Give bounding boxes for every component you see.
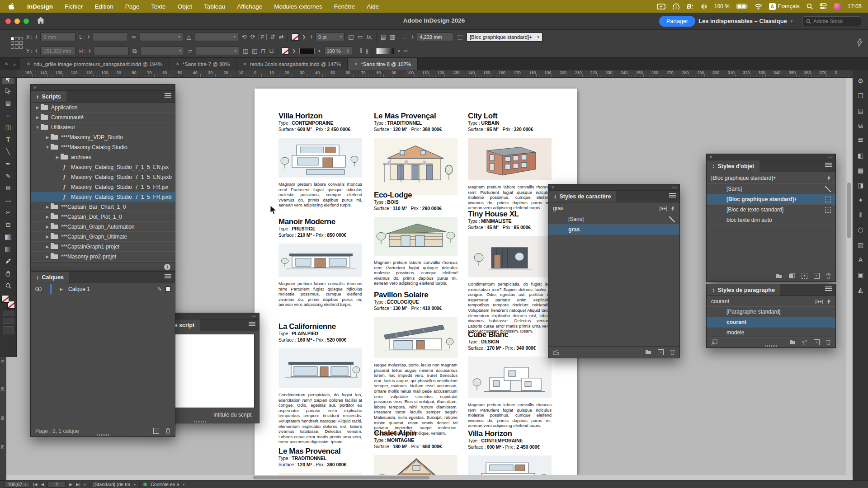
script-tree-item[interactable]: ▶Communauté — [31, 113, 175, 122]
cc-libraries-icon[interactable]: ▣ — [856, 270, 866, 279]
flip-horizontal-icon[interactable]: ⇵ — [270, 33, 275, 40]
listing-card[interactable]: Eco-Lodge Type : BOIS Surface : 110 M² -… — [374, 191, 458, 286]
load-styles-icon[interactable] — [711, 339, 717, 345]
corner-radius-input[interactable]: 4,233 mm — [417, 33, 454, 41]
menu-fenêtre[interactable]: Fenêtre — [328, 3, 361, 10]
gradient-chevron[interactable]: ▾ — [398, 49, 400, 53]
apple-icon[interactable] — [8, 3, 15, 10]
layer-edit-pen-icon[interactable]: ✎ — [157, 286, 162, 292]
fill-swatch[interactable] — [1, 295, 9, 303]
panel-collapse-left-icon[interactable]: «« — [828, 155, 833, 160]
delete-style-icon[interactable] — [826, 273, 831, 279]
menu-edition[interactable]: Edition — [89, 3, 119, 10]
stroke-color-none-swatch[interactable] — [292, 33, 299, 41]
paragraph-styles-tab[interactable]: ▲▼ Styles de paragraphe — [707, 284, 780, 296]
panel-resize-handle[interactable] — [194, 421, 206, 422]
corner-options-icon[interactable]: ◱ — [348, 33, 354, 40]
chevron-right-icon[interactable]: ▶ — [44, 235, 51, 239]
control-center-icon[interactable] — [820, 3, 827, 9]
rotate-ccw-icon[interactable]: ⟲ — [242, 33, 247, 40]
close-tab-icon[interactable]: ✕ — [354, 61, 358, 66]
audio-levels-icon[interactable] — [700, 4, 708, 9]
script-tree-item[interactable]: ▼****Masonry Catalog Studio — [31, 142, 175, 152]
layers-icon[interactable]: ▤ — [856, 106, 866, 115]
rotate-cw-icon[interactable]: ⟳ — [250, 33, 255, 40]
script-tree-item[interactable]: ƒMasonry_Catalog_Studio_7_1_5_FR.jsx — [31, 182, 175, 192]
pathfinder-icon[interactable]: ⬡ — [856, 225, 866, 235]
pages-icon[interactable]: ❐ — [856, 91, 866, 100]
menu-texte[interactable]: Texte — [145, 3, 171, 10]
wrap-none-icon[interactable]: ▤ — [380, 33, 386, 40]
document-tab[interactable]: ✕ *Sans titre-7 @ 80% — [169, 58, 236, 70]
panel-close-icon[interactable]: ✕ — [551, 185, 555, 190]
previous-page-button[interactable]: ◀ — [41, 482, 44, 487]
preflight-menu-chevron[interactable]: ▾ — [183, 483, 184, 487]
style-list-item[interactable]: [Sans] — [548, 214, 679, 225]
layer-row[interactable]: ▶ Calque 1 ✎ — [31, 283, 175, 295]
layer-visibility-icon[interactable] — [35, 287, 42, 291]
reference-point-proxy[interactable] — [11, 37, 23, 49]
listing-card[interactable]: Villa Horizon Type : CONTEMPORAINE Surfa… — [468, 430, 552, 480]
script-tree-item[interactable]: ▶****Masonry_VDP_Studio — [31, 132, 175, 142]
listing-card[interactable]: Tiny House XL Type : MINIMALISTE Surface… — [468, 210, 552, 334]
menu-aide[interactable]: Aide — [361, 3, 385, 10]
listing-card[interactable]: Villa Horizon Type : CONTEMPORAINE Surfa… — [278, 112, 362, 208]
gradient-feather-tool[interactable] — [2, 244, 14, 255]
preflight-profile[interactable]: [Standard] (de tra — [94, 482, 131, 487]
script-tree-item[interactable]: ▶archives — [31, 152, 175, 162]
chevron-right-icon[interactable]: ▶ — [44, 135, 51, 140]
character-styles-tab[interactable]: ▲▼ Styles de caractère — [548, 191, 616, 202]
stroke-icon[interactable]: 〓 — [856, 136, 866, 145]
lightning-icon[interactable] — [827, 298, 831, 305]
spotlight-search-icon[interactable] — [807, 3, 813, 9]
style-list-item[interactable]: courant — [707, 317, 835, 328]
horizontal-scroll-thumb[interactable] — [253, 476, 429, 479]
type-tool[interactable]: T — [2, 134, 14, 145]
apply-color-button[interactable] — [3, 311, 14, 316]
ruler-origin-corner[interactable] — [0, 70, 17, 78]
hand-tool[interactable] — [2, 268, 14, 279]
zoom-tool[interactable] — [2, 280, 14, 291]
menu-modules-externes[interactable]: Modules externes — [268, 3, 328, 10]
clear-overrides-icon[interactable]: ✶ — [802, 273, 807, 279]
panel-menu-icon[interactable] — [165, 95, 171, 96]
layers-panel-tab[interactable]: ▲▼ Calques — [31, 272, 69, 283]
text-wrap-icon[interactable]: ▥ — [856, 240, 866, 249]
align-icon[interactable]: ⫴ — [856, 211, 866, 220]
listing-card[interactable]: City Loft Type : URBAIN Surface : 95 M² … — [468, 112, 552, 211]
delete-layer-icon[interactable] — [165, 428, 170, 434]
script-tree-item[interactable]: ƒMasonry_Catalog_Studio_7_1_5_EN.jsx — [31, 162, 175, 172]
gradient-icon[interactable]: ◨ — [856, 181, 866, 190]
width-input[interactable] — [93, 33, 128, 41]
new-style-icon[interactable]: + — [814, 273, 820, 279]
panel-menu-icon[interactable] — [165, 276, 171, 277]
panel-close-icon[interactable]: ✕ — [33, 85, 37, 90]
pencil-tool[interactable]: ✎ — [2, 170, 14, 182]
panel-collapse-left-icon[interactable]: «« — [252, 314, 256, 319]
panel-menu-icon[interactable] — [825, 164, 832, 165]
horizontal-scrollbar[interactable] — [0, 475, 853, 480]
select-container-icon[interactable]: ⬚ — [458, 33, 463, 40]
style-override-icon[interactable]: [a+] — [815, 299, 823, 304]
wifi-icon[interactable] — [755, 4, 762, 9]
stroke-weight-stepper[interactable]: ▲▼ — [309, 35, 314, 39]
panel-resize-handle[interactable] — [765, 345, 777, 347]
style-override-icon[interactable]: [a+] — [659, 206, 667, 211]
first-page-button[interactable]: |◀ — [33, 482, 37, 487]
panel-resize-handle[interactable] — [97, 434, 109, 436]
close-tab-icon[interactable]: ✕ — [175, 61, 179, 66]
frame-icon[interactable]: ▭ — [357, 33, 363, 40]
shear-select[interactable]: ▾ — [195, 33, 238, 41]
document-tab[interactable]: ✕ ndu_grille-image-promoteurs_sansgabari… — [20, 58, 170, 70]
layer-name[interactable]: Calque 1 — [68, 286, 90, 292]
tab-overflow-icon[interactable]: » — [13, 61, 15, 67]
next-page-button[interactable]: ▶ — [69, 482, 72, 487]
style-list-item[interactable]: bloc texte dim auto — [707, 215, 835, 225]
screen-mirroring-icon[interactable] — [657, 4, 665, 9]
apply-none-button[interactable] — [3, 319, 14, 324]
scripts-panel-tab[interactable]: ▲▼ Scripts — [31, 91, 66, 102]
gear-icon[interactable]: ⚙ — [856, 76, 866, 85]
default-graphic-style-icon[interactable] — [788, 273, 795, 279]
wrap-bounding-icon[interactable]: ▥ — [390, 33, 395, 40]
listing-card[interactable]: Pavillon Solaire Type : ÉCOLOGIQUE Surfa… — [374, 291, 458, 436]
